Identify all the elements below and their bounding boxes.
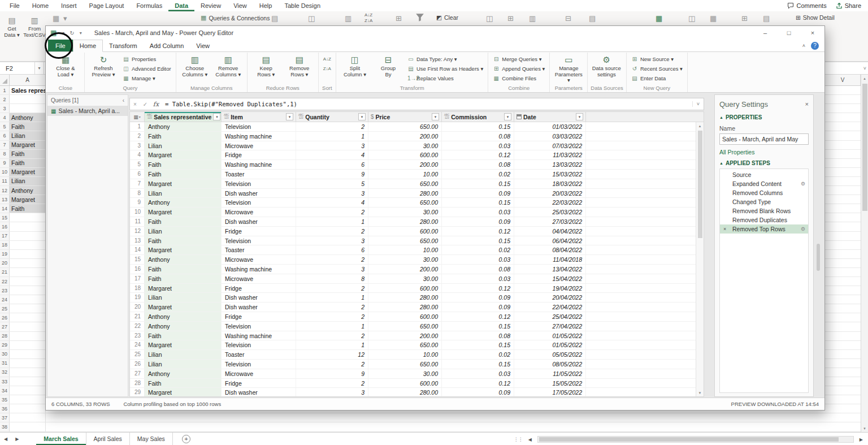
excel-cell-a33[interactable] <box>10 377 46 386</box>
excel-cell-a31[interactable] <box>10 359 46 368</box>
excel-row-number-23[interactable]: 23 <box>0 286 10 295</box>
qat-refresh-icon[interactable]: ↻ <box>70 30 74 36</box>
excel-vertical-scrollbar[interactable]: ▲ ▼ <box>861 75 868 432</box>
cell[interactable]: Margaret <box>145 388 222 396</box>
remove-rows-button[interactable]: ▤Remove Rows ▾ <box>284 53 315 84</box>
excel-cell-a30[interactable] <box>10 350 46 358</box>
cell[interactable]: 3 <box>296 141 368 150</box>
cell[interactable]: 20/03/2022 <box>514 189 586 198</box>
row-number[interactable]: 25 <box>130 350 145 359</box>
row-number[interactable]: 14 <box>130 245 145 254</box>
close-button[interactable]: × <box>801 26 824 40</box>
cell[interactable]: 2 <box>296 379 368 388</box>
sort-az-button[interactable]: A↓Z <box>364 12 372 18</box>
pq-tab-home[interactable]: Home <box>73 40 103 52</box>
query-settings-close-icon[interactable]: × <box>805 101 809 107</box>
ribbon-tool-icon[interactable]: ▦ <box>656 14 662 23</box>
cell[interactable]: 200.00 <box>368 132 442 141</box>
row-number[interactable]: 21 <box>130 312 145 321</box>
cell[interactable]: 0.12 <box>442 150 514 159</box>
cell[interactable]: 22/04/2022 <box>514 303 586 312</box>
row-number[interactable]: 2 <box>130 132 145 141</box>
cell[interactable]: 0.15 <box>442 236 514 245</box>
filter-button[interactable]: ▾ <box>504 113 511 120</box>
cell[interactable]: Margaret <box>145 245 222 254</box>
cell[interactable]: Toaster <box>222 245 296 254</box>
scroll-right-icon[interactable]: ▶ <box>856 437 867 442</box>
excel-cell-a8[interactable]: Faith <box>10 150 46 158</box>
cell[interactable]: 0.15 <box>442 322 514 331</box>
cell[interactable]: Faith <box>145 274 222 283</box>
cell[interactable]: Dish washer <box>222 388 296 396</box>
row-number[interactable]: 11 <box>130 217 145 226</box>
collapse-pane-icon[interactable]: ‹ <box>123 97 124 103</box>
excel-cell-a26[interactable] <box>10 313 46 322</box>
cell[interactable]: 1 <box>296 322 368 331</box>
cell[interactable]: Fridge <box>222 150 296 159</box>
clear-filter-button[interactable]: ◩ Clear <box>436 14 458 21</box>
cell[interactable]: Television <box>222 340 296 349</box>
sheet-nav-left-icon[interactable]: ◀ <box>0 437 11 442</box>
applied-step-removed-duplicates[interactable]: Removed Duplicates <box>720 215 808 224</box>
applied-steps-section-header[interactable]: ▲ APPLIED STEPS <box>719 160 809 166</box>
row-number[interactable]: 9 <box>130 198 145 207</box>
cell[interactable]: 5 <box>296 179 368 188</box>
cell[interactable]: 07/03/2022 <box>514 141 586 150</box>
excel-cell-a2[interactable] <box>10 95 46 103</box>
excel-cell-a14[interactable]: Faith <box>10 204 46 213</box>
excel-cell-a34[interactable] <box>10 386 46 395</box>
row-number[interactable]: 10 <box>130 208 145 217</box>
close-and-load-button[interactable]: ▦Close & Load ▾ <box>50 53 81 84</box>
pq-scrollbar-thumb[interactable] <box>698 131 702 238</box>
applied-step-expanded-content[interactable]: Expanded Content⚙ <box>720 179 808 188</box>
excel-tab-file[interactable]: File <box>3 0 26 11</box>
ribbon-tool-icon[interactable]: ◫ <box>486 14 493 23</box>
cell[interactable]: Washing machine <box>222 160 296 169</box>
pq-tab-add-column[interactable]: Add Column <box>144 40 190 51</box>
cell[interactable]: 8 <box>296 274 368 283</box>
excel-cell-a25[interactable] <box>10 304 46 313</box>
cell[interactable]: 280.00 <box>368 388 442 396</box>
row-number[interactable]: 28 <box>130 379 145 388</box>
cell[interactable]: 05/05/2022 <box>514 350 586 359</box>
share-button[interactable]: Share <box>836 2 861 9</box>
applied-step-changed-type[interactable]: Changed Type <box>720 197 808 206</box>
cell[interactable]: 22/03/2022 <box>514 198 586 207</box>
filter-button[interactable]: ▾ <box>432 113 439 120</box>
pq-tab-view[interactable]: View <box>190 40 216 51</box>
excel-row-number-3[interactable]: 3 <box>0 104 10 113</box>
excel-row-number-19[interactable]: 19 <box>0 250 10 258</box>
excel-cell-a24[interactable] <box>10 295 46 304</box>
cell[interactable]: Lilian <box>145 350 222 359</box>
excel-cell-a3[interactable] <box>10 104 46 113</box>
cell[interactable]: Microwave <box>222 141 296 150</box>
cell[interactable]: 600.00 <box>368 312 442 321</box>
excel-cell-a29[interactable] <box>10 341 46 349</box>
cell[interactable]: 650.00 <box>368 322 442 331</box>
cell[interactable]: Dish washer <box>222 217 296 226</box>
cell[interactable]: 06/04/2022 <box>514 236 586 245</box>
formula-bar-expand-icon[interactable]: ˅ <box>863 62 866 74</box>
row-number[interactable]: 8 <box>130 189 145 198</box>
ribbon-tool-icon[interactable]: ▤ <box>589 14 596 23</box>
use-first-row-as-headers-button[interactable]: ▤Use First Row as Headers ▾ <box>406 64 485 73</box>
cell[interactable]: 650.00 <box>368 198 442 207</box>
excel-row-number-10[interactable]: 10 <box>0 168 10 176</box>
merge-queries-button[interactable]: ⊟Merge Queries ▾ <box>491 55 546 63</box>
excel-cell-a28[interactable] <box>10 332 46 340</box>
ribbon-tool-icon[interactable]: ▾ <box>63 14 67 23</box>
cell[interactable]: Fridge <box>222 312 296 321</box>
cell[interactable]: Margaret <box>145 284 222 293</box>
cell[interactable]: 2 <box>296 331 368 340</box>
cell[interactable]: Microwave <box>222 255 296 264</box>
cell[interactable]: 0.12 <box>442 312 514 321</box>
cell[interactable]: 25/03/2022 <box>514 208 586 217</box>
cell[interactable]: Anthony <box>145 198 222 207</box>
applied-step-removed-top-rows[interactable]: ×Removed Top Rows⚙ <box>720 224 808 234</box>
ribbon-tool-icon[interactable]: ▤ <box>763 14 770 23</box>
cell[interactable]: Television <box>222 122 296 131</box>
cell[interactable]: 0.09 <box>442 293 514 302</box>
from-text-csv-button[interactable]: ▥ From Text/CSV <box>24 16 45 38</box>
column-header-v[interactable]: V <box>825 75 861 85</box>
excel-row-number-31[interactable]: 31 <box>0 359 10 368</box>
